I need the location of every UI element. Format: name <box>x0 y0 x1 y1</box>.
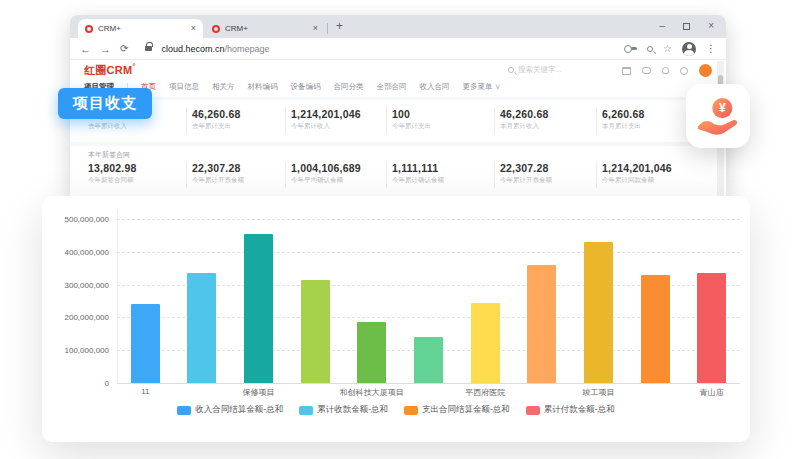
tab-close-icon[interactable]: × <box>191 24 196 33</box>
stat-label: 今年累计确认金额 <box>392 176 444 185</box>
stat-value: 46,260.68 <box>192 108 241 120</box>
crm-logo: 红圈CRM° <box>84 63 136 78</box>
legend-item-3[interactable]: 累计付款金额-总和 <box>526 404 615 416</box>
stat-divider <box>386 162 387 188</box>
stat-item: 22,307.28今年累计开票金额 <box>500 162 552 185</box>
bookmark-star-icon[interactable]: ☆ <box>663 44 672 54</box>
close-button[interactable]: × <box>708 21 714 31</box>
y-axis-tick-label: 500,000,000 <box>47 215 109 224</box>
nav-item-4[interactable]: 材料编码 <box>248 82 278 92</box>
bar-0[interactable] <box>131 304 160 383</box>
maximize-button[interactable] <box>683 23 690 30</box>
legend-swatch-icon <box>526 406 540 415</box>
browser-profile-avatar[interactable] <box>682 42 696 56</box>
stat-label: 今年累计开票金额 <box>192 176 244 185</box>
nav-item-7[interactable]: 全部合同 <box>377 82 407 92</box>
stat-divider <box>386 108 387 134</box>
income-expense-icon-card: ¥ <box>686 84 750 148</box>
url-text[interactable]: cloud.hecom.cn/homepage <box>161 44 269 54</box>
tab-close-icon[interactable]: × <box>313 24 318 33</box>
crm-search-box[interactable]: 搜索关键字... <box>508 65 562 75</box>
reload-icon[interactable]: ⟳ <box>120 43 128 54</box>
x-axis-line <box>117 383 740 384</box>
nav-item-2[interactable]: 项目信息 <box>169 82 199 92</box>
stat-item: 6,260.68本月累计支出 <box>602 108 644 131</box>
stat-label: 今年累计回款金额 <box>602 176 672 185</box>
bar-9[interactable] <box>641 275 670 383</box>
bar-1[interactable] <box>187 273 216 383</box>
stat-divider <box>596 108 597 134</box>
browser-menu-icon[interactable]: ⋮ <box>706 44 716 54</box>
stat-value: 1,004,106,689 <box>291 162 361 174</box>
legend-swatch-icon <box>404 406 418 415</box>
bar-6[interactable] <box>471 303 500 383</box>
nav-item-8[interactable]: 收入合同 <box>420 82 450 92</box>
lock-icon[interactable] <box>145 46 152 51</box>
browser-tab-1[interactable]: CRM+ × <box>78 19 203 38</box>
back-icon[interactable]: ← <box>80 43 91 55</box>
stat-divider <box>494 162 495 188</box>
bar-4[interactable] <box>357 322 386 383</box>
chart-legend: 收入合同结算金额-总和累计收款金额-总和支出合同结算金额-总和累计付款金额-总和 <box>42 404 750 416</box>
stats-section-header: 本年新签合同 <box>88 150 130 160</box>
screenshot-canvas: CRM+ × CRM+ × + – × ← → ⟳ cloud.hecom.cn… <box>0 0 792 459</box>
x-axis-category-label: 和创科技大厦项目 <box>340 387 404 398</box>
bell-icon[interactable] <box>662 67 669 74</box>
stat-label: 去年累计收入 <box>88 122 137 131</box>
minimize-button[interactable]: – <box>660 21 666 31</box>
message-icon[interactable] <box>642 67 651 74</box>
nav-item-5[interactable]: 设备编码 <box>291 82 321 92</box>
address-bar-actions: ☆ ⋮ <box>628 42 716 56</box>
stat-value: 1,111,111 <box>392 162 444 174</box>
stats-row-1: 23,820.79去年累计收入46,260.68去年累计支出1,214,201,… <box>70 100 726 142</box>
forward-icon[interactable]: → <box>100 43 111 55</box>
stat-item: 46,260.68本月累计收入 <box>500 108 549 131</box>
stat-label: 去年累计支出 <box>192 122 241 131</box>
bar-2[interactable] <box>244 234 273 383</box>
stat-divider <box>596 162 597 188</box>
legend-label: 累计收款金额-总和 <box>317 404 388 416</box>
search-icon[interactable] <box>647 46 653 52</box>
nav-item-3[interactable]: 相关方 <box>212 82 235 92</box>
browser-tab-2[interactable]: CRM+ × <box>205 19 325 38</box>
legend-item-1[interactable]: 累计收款金额-总和 <box>299 404 388 416</box>
legend-label: 支出合同结算金额-总和 <box>422 404 510 416</box>
url-path: /homepage <box>224 44 269 54</box>
legend-swatch-icon <box>299 406 313 415</box>
nav-item-6[interactable]: 合同分类 <box>334 82 364 92</box>
x-axis-category-label: 青山庙 <box>700 387 724 398</box>
user-avatar[interactable] <box>699 64 712 77</box>
crm-page: 红圈CRM° 搜索关键字... 项目管理首页项目信息相关方材料编码设备编码合同分… <box>70 61 726 197</box>
crm-nav-bar: 项目管理首页项目信息相关方材料编码设备编码合同分类全部合同收入合同更多菜单 ∨ <box>70 79 726 94</box>
y-axis-tick-label: 200,000,000 <box>47 313 109 322</box>
legend-item-0[interactable]: 收入合同结算金额-总和 <box>177 404 283 416</box>
stat-divider <box>285 162 286 188</box>
legend-item-2[interactable]: 支出合同结算金额-总和 <box>404 404 510 416</box>
new-tab-button[interactable]: + <box>336 19 343 33</box>
bar-3[interactable] <box>301 280 330 383</box>
stat-divider <box>494 108 495 134</box>
crm-search-placeholder: 搜索关键字... <box>518 65 562 75</box>
bar-8[interactable] <box>584 242 613 383</box>
y-axis-tick-label: 0 <box>47 379 109 388</box>
search-icon <box>508 67 514 73</box>
stat-value: 1,214,201,046 <box>602 162 672 174</box>
stat-item: 1,214,201,046今年累计回款金额 <box>602 162 672 185</box>
bar-7[interactable] <box>527 265 556 383</box>
stat-item: 22,307.28今年累计开票金额 <box>192 162 244 185</box>
calendar-icon[interactable] <box>622 67 631 75</box>
stat-item: 100今年累计支出 <box>392 108 431 131</box>
stat-item: 1,214,201,046今年累计收入 <box>291 108 361 131</box>
nav-item-9[interactable]: 更多菜单 ∨ <box>463 82 501 92</box>
y-axis-tick-label: 100,000,000 <box>47 346 109 355</box>
bar-10[interactable] <box>697 273 726 383</box>
x-axis-category-label: 平西府医院 <box>465 387 505 398</box>
stat-label: 今年累计开票金额 <box>500 176 552 185</box>
gear-icon[interactable] <box>680 67 688 75</box>
stat-label: 本月累计支出 <box>602 122 644 131</box>
bar-5[interactable] <box>414 337 443 383</box>
stat-item: 13,802.98今年新签合同额 <box>88 162 137 185</box>
project-income-expense-badge: 项目收支 <box>58 88 152 119</box>
key-icon[interactable] <box>628 47 637 50</box>
window-controls: – × <box>660 17 714 35</box>
